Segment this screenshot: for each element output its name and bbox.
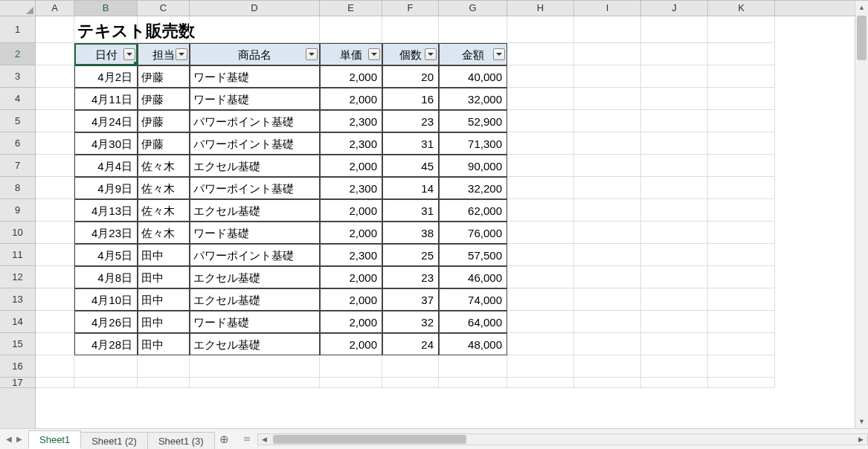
cell-H16[interactable] xyxy=(507,355,574,378)
cell-qty[interactable]: 23 xyxy=(382,266,439,288)
row-header-7[interactable]: 7 xyxy=(0,155,35,177)
cell-I17[interactable] xyxy=(574,378,641,388)
cell-D1[interactable] xyxy=(190,16,320,43)
cell-price[interactable]: 2,000 xyxy=(320,311,382,333)
cell-product[interactable]: エクセル基礎 xyxy=(190,288,320,311)
cell-J17[interactable] xyxy=(641,378,708,388)
cell-A17[interactable] xyxy=(36,378,74,388)
horizontal-scrollbar[interactable]: ◀ ▶ xyxy=(244,429,868,449)
cell-J15[interactable] xyxy=(641,333,708,355)
cell-amount[interactable]: 40,000 xyxy=(439,65,507,88)
cell-A5[interactable] xyxy=(36,110,74,132)
cell-person[interactable]: 伊藤 xyxy=(138,88,190,110)
cell-J7[interactable] xyxy=(641,155,708,177)
cell-D17[interactable] xyxy=(190,378,320,388)
cell-K2[interactable] xyxy=(708,43,775,65)
sheet-tab[interactable]: Sheet1 xyxy=(28,430,81,449)
vertical-scrollbar[interactable]: ▲ ▼ xyxy=(855,1,868,428)
cell-I2[interactable] xyxy=(574,43,641,65)
cell-I5[interactable] xyxy=(574,110,641,132)
sheet-tab[interactable]: Sheet1 (3) xyxy=(147,432,215,449)
cell-qty[interactable]: 24 xyxy=(382,333,439,355)
cell-product[interactable]: エクセル基礎 xyxy=(190,266,320,288)
cell-K8[interactable] xyxy=(708,177,775,199)
cell-qty[interactable]: 16 xyxy=(382,88,439,110)
cell-price[interactable]: 2,000 xyxy=(320,88,382,110)
cell-K4[interactable] xyxy=(708,88,775,110)
cell-price[interactable]: 2,000 xyxy=(320,288,382,311)
cell-F16[interactable] xyxy=(382,355,439,378)
row-header-12[interactable]: 12 xyxy=(0,266,35,288)
cell-J6[interactable] xyxy=(641,132,708,155)
cell-I1[interactable] xyxy=(574,16,641,43)
cell-date[interactable]: 4月26日 xyxy=(74,311,138,333)
scroll-down-button[interactable]: ▼ xyxy=(855,415,868,428)
cell-H6[interactable] xyxy=(507,132,574,155)
cell-product[interactable]: エクセル基礎 xyxy=(190,333,320,355)
cell-product[interactable]: エクセル基礎 xyxy=(190,155,320,177)
cell-person[interactable]: 田中 xyxy=(138,333,190,355)
hscroll-thumb[interactable] xyxy=(273,435,466,444)
cell-J8[interactable] xyxy=(641,177,708,199)
filter-dropdown-icon[interactable] xyxy=(368,48,380,60)
cell-price[interactable]: 2,300 xyxy=(320,177,382,199)
filter-dropdown-icon[interactable] xyxy=(493,48,505,60)
cell-amount[interactable]: 57,500 xyxy=(439,244,507,266)
scroll-left-button[interactable]: ◀ xyxy=(258,434,271,445)
cell-K7[interactable] xyxy=(708,155,775,177)
cell-product[interactable]: パワーポイント基礎 xyxy=(190,244,320,266)
column-header-I[interactable]: I xyxy=(574,1,641,16)
column-header-C[interactable]: C xyxy=(138,1,190,16)
sheet-tab[interactable]: Sheet1 (2) xyxy=(80,432,148,449)
cell-J2[interactable] xyxy=(641,43,708,65)
cell-amount[interactable]: 32,000 xyxy=(439,88,507,110)
cell-product[interactable]: ワード基礎 xyxy=(190,88,320,110)
cell-product[interactable]: パワーポイント基礎 xyxy=(190,110,320,132)
cell-A7[interactable] xyxy=(36,155,74,177)
cell-I3[interactable] xyxy=(574,65,641,88)
cell-C17[interactable] xyxy=(138,378,190,388)
cell-I14[interactable] xyxy=(574,311,641,333)
cell-date[interactable]: 4月13日 xyxy=(74,199,138,222)
cell-E17[interactable] xyxy=(320,378,382,388)
row-header-11[interactable]: 11 xyxy=(0,244,35,266)
cell-person[interactable]: 佐々木 xyxy=(138,199,190,222)
cell-J10[interactable] xyxy=(641,222,708,244)
cell-K14[interactable] xyxy=(708,311,775,333)
cell-A16[interactable] xyxy=(36,355,74,378)
cell-A3[interactable] xyxy=(36,65,74,88)
cell-price[interactable]: 2,000 xyxy=(320,333,382,355)
cell-person[interactable]: 田中 xyxy=(138,288,190,311)
cell-E1[interactable] xyxy=(320,16,382,43)
cell-I15[interactable] xyxy=(574,333,641,355)
cell-H9[interactable] xyxy=(507,199,574,222)
cell-H10[interactable] xyxy=(507,222,574,244)
cell-B17[interactable] xyxy=(74,378,138,388)
cell-B16[interactable] xyxy=(74,355,138,378)
cell-H2[interactable] xyxy=(507,43,574,65)
row-header-15[interactable]: 15 xyxy=(0,333,35,355)
cell-person[interactable]: 佐々木 xyxy=(138,222,190,244)
cell-product[interactable]: ワード基礎 xyxy=(190,222,320,244)
cell-date[interactable]: 4月2日 xyxy=(74,65,138,88)
row-header-4[interactable]: 4 xyxy=(0,88,35,110)
filter-dropdown-icon[interactable] xyxy=(176,48,187,60)
cell-C1[interactable] xyxy=(138,16,190,43)
cell-B1[interactable]: テキスト販売数 xyxy=(74,16,138,43)
cell-person[interactable]: 伊藤 xyxy=(138,110,190,132)
cell-price[interactable]: 2,300 xyxy=(320,244,382,266)
cell-D16[interactable] xyxy=(190,355,320,378)
cell-qty[interactable]: 32 xyxy=(382,311,439,333)
cell-H4[interactable] xyxy=(507,88,574,110)
row-header-2[interactable]: 2 xyxy=(0,43,35,65)
cell-H15[interactable] xyxy=(507,333,574,355)
cell-J9[interactable] xyxy=(641,199,708,222)
cell-H14[interactable] xyxy=(507,311,574,333)
cell-amount[interactable]: 71,300 xyxy=(439,132,507,155)
cell-amount[interactable]: 64,000 xyxy=(439,311,507,333)
cell-price[interactable]: 2,300 xyxy=(320,132,382,155)
column-header-E[interactable]: E xyxy=(320,1,382,16)
cell-person[interactable]: 田中 xyxy=(138,244,190,266)
new-sheet-button[interactable]: ⊕ xyxy=(214,429,235,449)
cell-product[interactable]: ワード基礎 xyxy=(190,311,320,333)
